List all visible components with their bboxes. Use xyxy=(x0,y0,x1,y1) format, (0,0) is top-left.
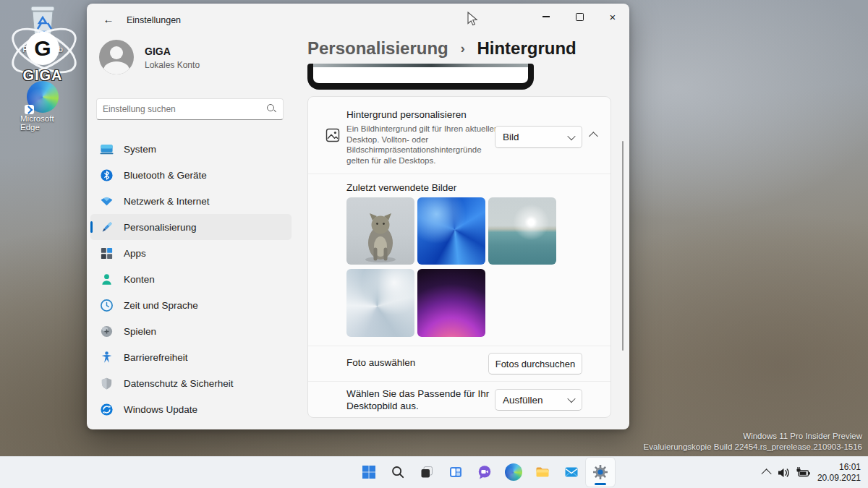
search-button[interactable] xyxy=(383,458,412,487)
watermark-line1: Windows 11 Pro Insider Preview xyxy=(644,431,862,442)
edge-shortcut[interactable]: Microsoft Edge xyxy=(20,81,65,132)
chevron-down-icon xyxy=(567,132,575,140)
breadcrumb-current: Hintergrund xyxy=(477,38,576,58)
breadcrumb-parent[interactable]: Personalisierung xyxy=(307,38,448,58)
mouse-cursor xyxy=(467,12,480,30)
chevron-down-icon xyxy=(567,395,575,403)
start-button[interactable] xyxy=(354,458,383,487)
browse-photos-button[interactable]: Fotos durchsuchen xyxy=(488,353,582,374)
image-icon xyxy=(326,128,340,145)
chat-button[interactable] xyxy=(470,458,499,487)
sidebar-item-apps[interactable]: Apps xyxy=(90,240,292,266)
settings-search[interactable] xyxy=(96,98,284,120)
task-view-button[interactable] xyxy=(412,458,441,487)
gaming-icon xyxy=(100,325,114,338)
wallpaper-thumb-bloom-blue[interactable] xyxy=(417,197,485,265)
file-explorer-button[interactable] xyxy=(528,458,557,487)
edge-icon xyxy=(27,81,59,113)
fit-dropdown[interactable]: Ausfüllen xyxy=(495,389,582,411)
wallpaper-thumb-beach[interactable] xyxy=(488,197,556,265)
sidebar-item-label: Konten xyxy=(124,274,155,285)
search-icon xyxy=(391,465,405,479)
widgets-button[interactable] xyxy=(441,458,470,487)
wallpaper-preview-monitor xyxy=(307,64,534,90)
sidebar-item-label: Barrierefreiheit xyxy=(124,352,188,363)
back-button[interactable]: ← xyxy=(97,9,120,28)
giga-letter: G xyxy=(26,32,59,65)
sidebar-item-time-language[interactable]: Zeit und Sprache xyxy=(90,292,292,318)
personalize-background-row[interactable]: Hintergrund personalisieren Ein Bildhint… xyxy=(308,97,610,174)
insider-watermark: Windows 11 Pro Insider Preview Evaluieru… xyxy=(644,431,862,452)
personalization-icon xyxy=(100,221,114,234)
edge-button[interactable] xyxy=(499,458,528,487)
apps-icon xyxy=(100,247,114,260)
close-button[interactable]: × xyxy=(596,4,629,30)
giga-logo: G GIGA xyxy=(4,14,81,84)
choose-photo-label: Foto auswählen xyxy=(346,357,415,368)
sidebar-item-label: Windows Update xyxy=(124,404,197,415)
sidebar-item-accounts[interactable]: Konten xyxy=(90,266,292,292)
sidebar-item-label: System xyxy=(124,144,156,155)
sidebar-item-privacy[interactable]: Datenschutz & Sicherheit xyxy=(90,370,292,396)
hidden-icons-chevron-icon[interactable] xyxy=(761,468,771,479)
recent-images-label: Zuletzt verwendete Bilder xyxy=(346,182,456,193)
accounts-icon xyxy=(100,273,114,286)
recent-images-grid xyxy=(346,197,556,337)
taskbar-icons xyxy=(354,458,615,487)
maximize-button[interactable] xyxy=(563,4,596,30)
card-title: Hintergrund personalisieren xyxy=(346,109,467,120)
sidebar-item-label: Zeit und Sprache xyxy=(124,300,198,311)
accessibility-icon xyxy=(100,351,114,364)
desktop: Papierkorb G GIGA Microsoft Edge ← Einst… xyxy=(0,0,868,488)
sidebar-item-label: Netzwerk & Internet xyxy=(124,196,210,207)
wallpaper-thumb-cat[interactable] xyxy=(346,197,414,265)
wallpaper-thumb-purple-glow[interactable] xyxy=(417,269,485,337)
choose-photo-row: Foto auswählen Fotos durchsuchen xyxy=(308,346,610,381)
windows-update-icon xyxy=(100,403,114,416)
sidebar-item-label: Bluetooth & Geräte xyxy=(124,170,207,181)
clock[interactable]: 16:01 20.09.2021 xyxy=(817,462,861,484)
sidebar-item-system[interactable]: System xyxy=(90,136,292,162)
sidebar-item-accessibility[interactable]: Barrierefreiheit xyxy=(90,344,292,370)
battery-icon[interactable] xyxy=(796,466,812,479)
search-input[interactable] xyxy=(97,104,265,114)
tray-date: 20.09.2021 xyxy=(817,473,861,484)
settings-button[interactable] xyxy=(586,458,615,487)
wallpaper-thumb-bloom-light[interactable] xyxy=(346,269,414,337)
mail-button[interactable] xyxy=(557,458,586,487)
sidebar-item-personalization[interactable]: Personalisierung xyxy=(90,214,292,240)
collapse-button[interactable] xyxy=(592,132,603,143)
scrollbar[interactable] xyxy=(622,141,624,351)
fit-value: Ausfüllen xyxy=(503,395,543,406)
sidebar-item-network[interactable]: Netzwerk & Internet xyxy=(90,188,292,214)
settings-window: ← Einstellungen × GIGA Lokales Konto Sys… xyxy=(87,4,629,429)
card-description: Ein Bildhintergrund gilt für Ihren aktue… xyxy=(346,124,501,166)
background-type-dropdown[interactable]: Bild xyxy=(495,126,582,148)
widgets-icon xyxy=(448,465,463,479)
sidebar-item-windows-update[interactable]: Windows Update xyxy=(90,396,292,422)
sidebar-item-label: Apps xyxy=(124,248,146,259)
avatar[interactable] xyxy=(99,40,134,74)
time-language-icon xyxy=(100,299,114,312)
windows-logo-icon xyxy=(362,465,376,479)
giga-text: GIGA xyxy=(4,67,81,84)
edge-shortcut-label: Microsoft Edge xyxy=(20,114,65,132)
cat-illustration xyxy=(346,197,414,265)
tray-time: 16:01 xyxy=(817,462,861,473)
account-type: Lokales Konto xyxy=(145,60,200,70)
mail-icon xyxy=(563,464,579,480)
file-explorer-icon xyxy=(535,464,550,480)
sidebar-item-bluetooth[interactable]: Bluetooth & Geräte xyxy=(90,162,292,188)
fit-label: Wählen Sie das Passende für Ihr Desktopb… xyxy=(346,388,500,412)
volume-icon[interactable] xyxy=(777,466,791,479)
system-tray: 16:01 20.09.2021 xyxy=(764,457,868,488)
sidebar-nav: System Bluetooth & Geräte Netzwerk & Int… xyxy=(90,136,300,422)
search-icon xyxy=(265,103,277,115)
sidebar-item-label: Datenschutz & Sicherheit xyxy=(124,378,234,389)
sidebar-item-gaming[interactable]: Spielen xyxy=(90,318,292,344)
network-icon xyxy=(100,194,114,208)
breadcrumb-separator-icon: › xyxy=(460,40,464,56)
minimize-button[interactable] xyxy=(529,4,563,30)
background-settings-card: Hintergrund personalisieren Ein Bildhint… xyxy=(307,96,611,418)
chevron-up-icon xyxy=(589,132,598,141)
